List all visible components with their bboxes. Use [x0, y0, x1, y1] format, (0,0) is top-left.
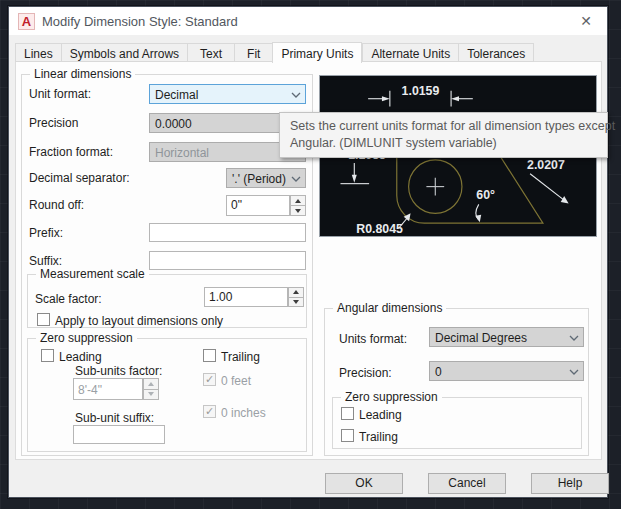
autocad-canvas-background: A Modify Dimension Style: Standard ✕ Lin…	[0, 0, 621, 509]
ok-button[interactable]: OK	[325, 473, 403, 494]
zero-inches-label: 0 inches	[221, 406, 266, 420]
zero-feet-label: 0 feet	[221, 374, 251, 388]
scale-factor-input[interactable]: 1.00	[204, 287, 288, 307]
round-off-spinner	[290, 195, 306, 216]
sub-units-factor-input: 8'-4"	[73, 378, 143, 400]
preview-dim-diagonal-line	[530, 174, 566, 202]
angular-dimensions-group-label: Angular dimensions	[333, 301, 446, 315]
sub-unit-suffix-input[interactable]	[73, 425, 165, 444]
preview-arrow-icon	[352, 175, 357, 183]
trailing-label: Trailing	[221, 350, 260, 364]
preview-center-mark-icon	[426, 178, 444, 196]
decimal-separator-select[interactable]: '.' (Period)	[226, 168, 306, 188]
unit-format-select[interactable]: Decimal	[149, 84, 306, 104]
tab-bar: Lines Symbols and Arrows Text Fit Primar…	[15, 41, 534, 62]
unit-format-label: Unit format:	[29, 87, 91, 101]
tab-text[interactable]: Text	[187, 43, 234, 62]
preview-arrow-icon	[382, 96, 390, 101]
zero-feet-checkbox: ✓	[203, 373, 216, 386]
decimal-separator-label: Decimal separator:	[29, 171, 130, 185]
autocad-logo-icon: A	[18, 13, 35, 30]
angular-zero-suppression-group-label: Zero suppression	[341, 390, 442, 404]
suffix-input[interactable]	[149, 251, 306, 270]
leading-label: Leading	[59, 350, 102, 364]
scale-factor-value: 1.00	[209, 290, 232, 304]
prefix-label: Prefix:	[29, 226, 63, 240]
measurement-scale-group-label: Measurement scale	[36, 267, 149, 281]
angular-trailing-label: Trailing	[359, 430, 398, 444]
angular-units-format-label: Units format:	[339, 332, 407, 346]
zero-suppression-group-label: Zero suppression	[36, 331, 137, 345]
sub-units-factor-spinner	[143, 378, 159, 400]
angular-units-format-value: Decimal Degrees	[435, 331, 527, 345]
round-off-value: 0"	[231, 198, 242, 212]
tab-primary-units[interactable]: Primary Units	[272, 42, 362, 63]
help-button[interactable]: Help	[531, 473, 609, 494]
spinner-down-icon	[295, 209, 301, 213]
round-off-spinner-up[interactable]	[290, 195, 306, 206]
sub-units-spinner-up	[143, 378, 159, 390]
precision-value: 0.0000	[155, 117, 192, 131]
chevron-down-icon	[291, 176, 301, 183]
sub-units-spinner-down	[143, 390, 159, 401]
round-off-input[interactable]: 0"	[226, 195, 290, 216]
scale-factor-spinner-up[interactable]	[288, 287, 304, 298]
scale-factor-spinner-down[interactable]	[288, 298, 304, 308]
leading-checkbox[interactable]	[41, 349, 54, 362]
preview-arrow-icon	[451, 96, 459, 101]
tab-alternate-units[interactable]: Alternate Units	[362, 43, 458, 62]
zero-inches-checkbox: ✓	[203, 405, 216, 418]
fraction-format-label: Fraction format:	[29, 145, 113, 159]
scale-factor-spinner	[288, 287, 304, 307]
tab-symbols-and-arrows[interactable]: Symbols and Arrows	[61, 43, 187, 62]
trailing-checkbox[interactable]	[203, 349, 216, 362]
apply-layout-checkbox[interactable]	[37, 313, 50, 326]
preview-radius-text: R0.8045	[356, 222, 403, 236]
modify-dimension-style-dialog: A Modify Dimension Style: Standard ✕ Lin…	[8, 6, 608, 498]
angular-leading-label: Leading	[359, 408, 402, 422]
spinner-up-icon	[148, 382, 154, 386]
cancel-button[interactable]: Cancel	[428, 473, 506, 494]
preview-dim-top-text: 1.0159	[402, 84, 440, 98]
tab-lines[interactable]: Lines	[15, 43, 61, 62]
angular-trailing-checkbox[interactable]	[341, 429, 354, 442]
round-off-spinner-down[interactable]	[290, 206, 306, 216]
fraction-format-value: Horizontal	[155, 146, 209, 160]
tab-tolerances[interactable]: Tolerances	[458, 43, 534, 62]
preview-angle-text: 60°	[476, 188, 495, 202]
spinner-up-icon	[293, 290, 299, 294]
tooltip-line-1: Sets the current units format for all di…	[290, 118, 597, 135]
preview-arrow-icon	[475, 215, 481, 222]
sub-units-factor-value: 8'-4"	[78, 383, 102, 397]
apply-layout-label: Apply to layout dimensions only	[55, 314, 223, 328]
angular-units-format-select[interactable]: Decimal Degrees	[429, 327, 584, 347]
spinner-up-icon	[295, 199, 301, 203]
spinner-down-icon	[293, 300, 299, 304]
sub-units-factor-label: Sub-units factor:	[75, 364, 162, 378]
angular-precision-label: Precision:	[339, 366, 392, 380]
preview-dim-diagonal-text: 2.0207	[527, 158, 565, 172]
prefix-input[interactable]	[149, 223, 306, 242]
dialog-titlebar[interactable]: A Modify Dimension Style: Standard ✕	[9, 7, 607, 35]
decimal-separator-value: '.' (Period)	[232, 172, 286, 186]
close-icon[interactable]: ✕	[575, 12, 597, 30]
dialog-title: Modify Dimension Style: Standard	[42, 14, 238, 29]
precision-label: Precision	[29, 116, 78, 130]
scale-factor-label: Scale factor:	[35, 292, 102, 306]
chevron-down-icon	[569, 335, 579, 342]
unit-format-value: Decimal	[155, 88, 198, 102]
angular-precision-select[interactable]: 0	[429, 361, 584, 381]
tab-fit[interactable]: Fit	[234, 43, 272, 62]
chevron-down-icon	[569, 369, 579, 376]
spinner-down-icon	[148, 392, 154, 396]
angular-precision-value: 0	[435, 365, 442, 379]
chevron-down-icon	[291, 92, 301, 99]
round-off-label: Round off:	[29, 198, 84, 212]
unit-format-tooltip: Sets the current units format for all di…	[279, 112, 608, 158]
sub-unit-suffix-label: Sub-unit suffix:	[75, 411, 154, 425]
linear-dimensions-group-label: Linear dimensions	[30, 67, 135, 81]
tooltip-line-2: Angular. (DIMLUNIT system variable)	[290, 135, 597, 152]
angular-leading-checkbox[interactable]	[341, 407, 354, 420]
preview-arrow-icon	[561, 196, 569, 203]
suffix-label: Suffix:	[29, 254, 62, 268]
